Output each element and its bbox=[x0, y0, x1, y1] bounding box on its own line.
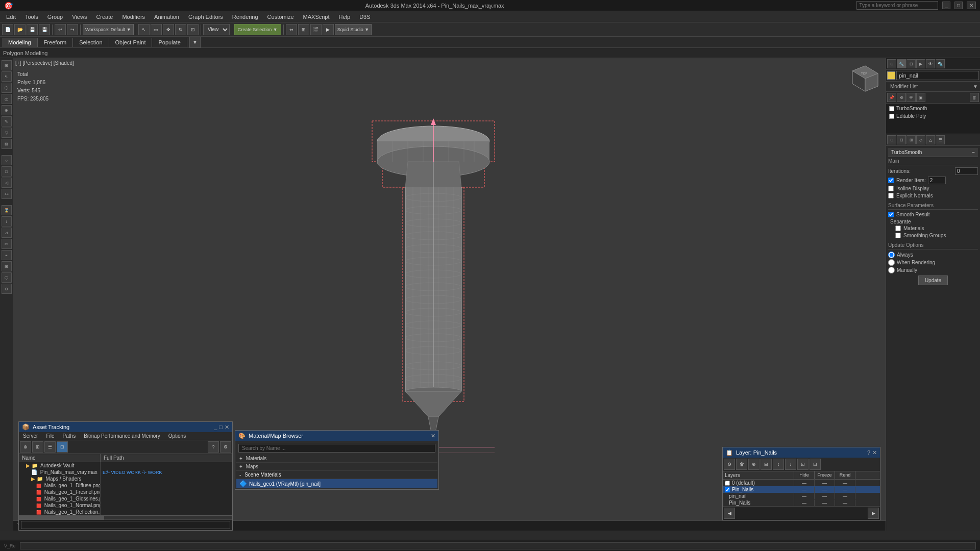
sidebar-btn-17[interactable]: ⌁ bbox=[2, 250, 12, 260]
layer-tb-6[interactable]: ↓ bbox=[785, 459, 796, 470]
at-tb-help[interactable]: ? bbox=[208, 441, 219, 453]
modifier-show-all[interactable]: 👁 bbox=[906, 93, 916, 102]
at-menu-paths[interactable]: Paths bbox=[59, 432, 80, 440]
layer-tb-5[interactable]: ↕ bbox=[773, 459, 784, 470]
layer-cell-pin-nail-hide[interactable]: — bbox=[794, 493, 815, 499]
layer-row-pin-nails2[interactable]: Pin_Nails — — — bbox=[723, 499, 880, 506]
rp-icon-modify[interactable]: 🔧 bbox=[897, 59, 906, 68]
modifier-editable-poly-bulb[interactable] bbox=[889, 114, 894, 119]
mat-search-input[interactable] bbox=[238, 444, 435, 453]
tb-new[interactable]: 📄 bbox=[2, 24, 13, 35]
at-tb-settings[interactable]: ⚙ bbox=[220, 441, 231, 453]
layer-pin-nails-active[interactable] bbox=[725, 487, 730, 492]
tb-align[interactable]: ⊞ bbox=[298, 24, 309, 35]
modifier-delete[interactable]: 🗑 bbox=[970, 93, 979, 102]
object-name-field[interactable] bbox=[896, 71, 979, 80]
rp-icon-motion[interactable]: ▶ bbox=[916, 59, 925, 68]
layer-cell-pin-nails-freeze[interactable]: — bbox=[815, 487, 835, 493]
layer-col-hide[interactable]: Hide bbox=[794, 471, 815, 479]
at-path-input[interactable] bbox=[21, 521, 230, 529]
menu-rendering[interactable]: Rendering bbox=[228, 13, 262, 21]
modifier-list-dropdown-arrow[interactable]: ▼ bbox=[973, 84, 978, 89]
color-swatch[interactable] bbox=[887, 71, 895, 80]
layer-nav-right[interactable]: ▶ bbox=[868, 508, 879, 519]
sidebar-btn-1[interactable]: ⊞ bbox=[2, 60, 12, 70]
mat-browser-title-bar[interactable]: 🎨 Material/Map Browser ✕ bbox=[235, 431, 438, 441]
at-tb-1[interactable]: ⊕ bbox=[20, 441, 31, 453]
sidebar-btn-13[interactable]: ⌛ bbox=[2, 205, 12, 215]
at-tb-2[interactable]: ⊞ bbox=[32, 441, 43, 453]
layer-nav-left[interactable]: ◀ bbox=[724, 508, 735, 519]
sidebar-btn-4[interactable]: ◎ bbox=[2, 94, 12, 104]
modifier-turbosmooth[interactable]: TurboSmooth bbox=[887, 105, 979, 112]
layer-close[interactable]: ✕ bbox=[872, 449, 877, 456]
layer-tb-add[interactable]: ⊕ bbox=[748, 459, 760, 470]
tab-freeform[interactable]: Freeform bbox=[38, 38, 74, 47]
modifier-pin[interactable]: 📌 bbox=[887, 93, 896, 102]
rp-icon-display[interactable]: 👁 bbox=[926, 59, 935, 68]
menu-tools[interactable]: Tools bbox=[21, 13, 42, 21]
ts-manually-radio[interactable] bbox=[888, 267, 895, 273]
at-row-maps[interactable]: ▶ 📁 Maps / Shaders bbox=[19, 475, 232, 482]
ts-materials-check[interactable] bbox=[895, 226, 901, 231]
ts-collapse[interactable]: − bbox=[972, 149, 975, 155]
tb-redo[interactable]: ↪ bbox=[67, 24, 78, 35]
tb-save-as[interactable]: 💾 bbox=[39, 24, 50, 35]
mat-section-materials[interactable]: + Materials bbox=[236, 455, 437, 463]
layer-cell-pin-nails2-freeze[interactable]: — bbox=[815, 500, 835, 506]
sidebar-btn-11[interactable]: ◁ bbox=[2, 178, 12, 188]
sidebar-btn-10[interactable]: □ bbox=[2, 166, 12, 177]
at-row-diffuse[interactable]: 🟥 Nails_geo_1_Diffuse.png bbox=[19, 482, 232, 489]
at-tb-3[interactable]: ☰ bbox=[44, 441, 56, 453]
tab-populate[interactable]: Populate bbox=[152, 38, 187, 47]
at-row-glossines[interactable]: 🟥 Nails_geo_1_Glossines.png bbox=[19, 495, 232, 502]
tb-save[interactable]: 💾 bbox=[27, 24, 38, 35]
minimize-button[interactable]: _ bbox=[942, 2, 950, 9]
tb-select-region[interactable]: ▭ bbox=[151, 24, 162, 35]
nav-cube[interactable]: TOP bbox=[850, 63, 880, 94]
at-minimize[interactable]: _ bbox=[214, 424, 217, 431]
menu-d3s[interactable]: D3S bbox=[355, 13, 374, 21]
ts-when-rendering-radio[interactable] bbox=[888, 259, 895, 266]
layer-default-active[interactable] bbox=[725, 481, 730, 486]
tb-render[interactable]: ▶ bbox=[323, 24, 334, 35]
at-row-reflection[interactable]: 🟥 Nails_geo_1_Reflection.png bbox=[19, 509, 232, 515]
tb-select[interactable]: ↖ bbox=[138, 24, 150, 35]
sidebar-btn-20[interactable]: ⊙ bbox=[2, 284, 12, 294]
layer-row-pin-nail[interactable]: pin_nail — — — bbox=[723, 493, 880, 499]
tb-render-setup[interactable]: 🎬 bbox=[310, 24, 322, 35]
ts-isoline-check[interactable] bbox=[888, 186, 894, 191]
at-row-normal[interactable]: 🟥 Nails_geo_1_Normal.png bbox=[19, 502, 232, 509]
sidebar-btn-18[interactable]: ⊞ bbox=[2, 261, 12, 271]
at-menu-server[interactable]: Server bbox=[19, 432, 42, 440]
at-scrollbar[interactable] bbox=[19, 515, 232, 519]
layer-tb-1[interactable]: ⚙ bbox=[724, 459, 735, 470]
tb-scale[interactable]: ⊡ bbox=[187, 24, 199, 35]
menu-views[interactable]: Views bbox=[68, 13, 91, 21]
msub-4[interactable]: ◇ bbox=[916, 135, 925, 144]
layer-row-default[interactable]: 0 (default) — — — bbox=[723, 480, 880, 486]
layer-col-freeze[interactable]: Freeze bbox=[815, 471, 835, 479]
sidebar-btn-5[interactable]: ⊕ bbox=[2, 105, 12, 115]
at-row-vault[interactable]: ▶ 📁 Autodesk Vault bbox=[19, 462, 232, 469]
tb-undo[interactable]: ↩ bbox=[55, 24, 66, 35]
tb-mirror[interactable]: ⇔ bbox=[286, 24, 297, 35]
layer-tb-4[interactable]: ⊞ bbox=[761, 459, 772, 470]
mat-active-item[interactable]: 🔷 Nails_geo1 (VRayMtl) [pin_nail] bbox=[236, 479, 437, 488]
menu-maxscript[interactable]: MAXScript bbox=[299, 13, 334, 21]
at-col-path[interactable]: Full Path bbox=[101, 454, 232, 462]
sidebar-btn-7[interactable]: ▽ bbox=[2, 128, 12, 138]
layer-tb-8[interactable]: ⊡ bbox=[810, 459, 821, 470]
at-col-name[interactable]: Name bbox=[19, 454, 101, 462]
modifier-config[interactable]: ⚙ bbox=[897, 93, 906, 102]
layer-tb-delete[interactable]: 🗑 bbox=[736, 459, 747, 470]
layer-cell-default-hide[interactable]: — bbox=[794, 480, 815, 486]
ts-render-iters-input[interactable] bbox=[928, 177, 946, 184]
msub-2[interactable]: ⊡ bbox=[897, 135, 906, 144]
modifier-turbosmooth-bulb[interactable] bbox=[889, 106, 894, 111]
menu-create[interactable]: Create bbox=[92, 13, 117, 21]
mat-section-maps[interactable]: + Maps bbox=[236, 463, 437, 471]
msub-6[interactable]: ☰ bbox=[936, 135, 945, 144]
layer-cell-pin-nails2-hide[interactable]: — bbox=[794, 500, 815, 506]
ts-render-iters-check[interactable] bbox=[888, 178, 894, 183]
